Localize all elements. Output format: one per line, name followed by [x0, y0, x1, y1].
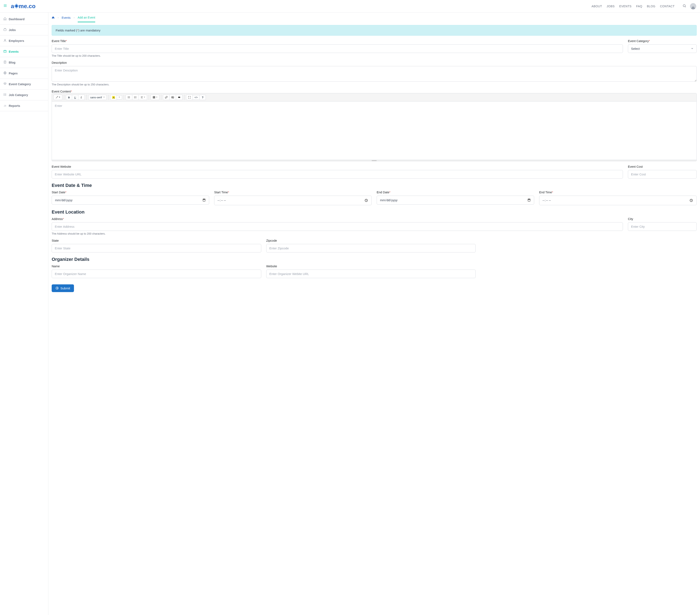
editor-font-color-dropdown[interactable]: ▼ [117, 95, 122, 99]
rich-text-editor: ▼ B U sans-serif▼ A ▼ 123 ▼ [52, 93, 697, 161]
description-hint: The Description should be up to 250 char… [52, 83, 697, 86]
sidebar-item-employers[interactable]: Employers [0, 35, 48, 46]
svg-marker-17 [4, 83, 6, 84]
editor-paragraph-button[interactable]: ▼ [139, 95, 147, 100]
layers-icon [3, 82, 7, 86]
event-website-input[interactable] [52, 170, 623, 178]
datetime-heading: Event Date & Time [52, 183, 697, 188]
submit-button[interactable]: Submit [52, 284, 74, 292]
end-date-input[interactable] [377, 196, 534, 204]
document-icon [3, 60, 7, 64]
address-hint: The Address should be up to 200 characte… [52, 232, 623, 235]
sidebar-item-job-category[interactable]: Job Category [0, 90, 48, 100]
editor-table-button[interactable]: ▼ [151, 95, 159, 100]
editor-code-button[interactable]: </> [193, 95, 200, 100]
event-category-select[interactable]: Select [628, 45, 697, 53]
logo-text-prefix: a [11, 3, 14, 10]
search-icon[interactable] [683, 4, 686, 8]
editor-toolbar: ▼ B U sans-serif▼ A ▼ 123 ▼ [52, 93, 697, 101]
svg-point-29 [58, 97, 58, 97]
top-nav-jobs[interactable]: JOBS [607, 4, 615, 8]
editor-image-button[interactable] [170, 95, 176, 100]
editor-link-button[interactable] [163, 95, 170, 100]
chevron-right-icon [57, 16, 59, 20]
editor-video-button[interactable] [176, 95, 183, 100]
home-icon [3, 17, 7, 21]
zipcode-input[interactable] [266, 244, 476, 252]
event-title-label: Event Title* [52, 39, 623, 43]
sidebar: Dashboard Jobs Employers Events Blog Pag… [0, 13, 48, 615]
alert-text-after: ) are mandatory [78, 28, 100, 32]
organizer-name-input[interactable] [52, 269, 261, 278]
editor-fullscreen-button[interactable] [186, 95, 193, 100]
svg-rect-45 [153, 96, 155, 98]
breadcrumb-current: Add an Event [78, 16, 95, 22]
event-category-label: Event Category* [628, 39, 697, 43]
top-nav-contact[interactable]: CONTACT [660, 4, 675, 8]
editor-clear-button[interactable] [78, 95, 85, 100]
sidebar-item-dashboard[interactable]: Dashboard [0, 14, 48, 25]
sidebar-item-label: Employers [9, 39, 24, 42]
address-label: Address* [52, 217, 623, 221]
sidebar-item-reports[interactable]: Reports [0, 100, 48, 111]
editor-ul-button[interactable] [126, 95, 132, 100]
editor-style-button[interactable]: ▼ [53, 95, 62, 100]
logo[interactable]: a me.co [11, 3, 36, 10]
logo-diamond-icon [14, 3, 19, 9]
editor-font-color-button[interactable]: A [110, 95, 117, 100]
top-nav-faq[interactable]: FAQ [636, 4, 642, 8]
sidebar-item-label: Job Category [9, 93, 28, 97]
sidebar-item-pages[interactable]: Pages [0, 68, 48, 79]
organizer-website-input[interactable] [266, 269, 476, 278]
top-nav-blog[interactable]: BLOG [647, 4, 655, 8]
editor-resize-handle[interactable] [52, 160, 697, 161]
menu-toggle-icon[interactable] [2, 3, 8, 9]
alert-text-before: Fields marked ( [55, 28, 77, 32]
globe-icon [3, 71, 7, 75]
sidebar-item-label: Jobs [9, 28, 16, 32]
zipcode-label: Zipcode [266, 239, 476, 242]
svg-point-6 [4, 39, 5, 40]
top-nav-events[interactable]: EVENTS [619, 4, 632, 8]
sidebar-item-event-category[interactable]: Event Category [0, 79, 48, 90]
sidebar-item-label: Dashboard [9, 17, 25, 21]
svg-text:3: 3 [134, 98, 135, 99]
breadcrumb-events[interactable]: Events [62, 16, 71, 20]
top-nav: ABOUT JOBS EVENTS FAQ BLOG CONTACT [591, 4, 675, 8]
svg-rect-52 [178, 97, 180, 98]
sidebar-item-blog[interactable]: Blog [0, 57, 48, 68]
event-content-label: Event Content* [52, 90, 72, 93]
sidebar-item-jobs[interactable]: Jobs [0, 25, 48, 35]
event-cost-label: Event Cost [628, 165, 697, 168]
svg-point-28 [57, 96, 58, 96]
mandatory-alert: Fields marked (*) are mandatory [52, 25, 697, 36]
svg-point-21 [4, 93, 4, 94]
svg-rect-5 [4, 29, 6, 31]
state-input[interactable] [52, 244, 261, 252]
description-textarea[interactable] [52, 66, 697, 81]
editor-font-family-select[interactable]: sans-serif▼ [88, 95, 107, 100]
end-date-label: End Date* [377, 191, 534, 194]
editor-help-button[interactable]: ? [200, 95, 206, 100]
sidebar-item-events[interactable]: Events [0, 46, 48, 57]
breadcrumb-home-icon[interactable] [52, 16, 54, 20]
address-input[interactable] [52, 222, 623, 231]
end-time-input[interactable] [539, 196, 697, 205]
sidebar-item-label: Blog [9, 61, 15, 64]
start-time-input[interactable] [214, 196, 372, 205]
event-cost-input[interactable] [628, 170, 697, 178]
start-time-label: Start Time* [214, 191, 372, 194]
event-title-input[interactable] [52, 45, 623, 53]
editor-bold-button[interactable]: B [66, 95, 72, 100]
editor-underline-button[interactable]: U [72, 95, 78, 100]
start-date-input[interactable] [52, 196, 209, 204]
editor-content-area[interactable]: Enter [52, 101, 697, 160]
editor-ol-button[interactable]: 123 [132, 95, 139, 100]
logo-text-suffix: me.co [19, 3, 36, 10]
avatar[interactable] [690, 3, 696, 9]
city-input[interactable] [628, 222, 697, 231]
top-right-tools [683, 3, 696, 9]
organizer-name-label: Name [52, 265, 261, 268]
top-nav-about[interactable]: ABOUT [591, 4, 602, 8]
list-icon [3, 93, 7, 97]
